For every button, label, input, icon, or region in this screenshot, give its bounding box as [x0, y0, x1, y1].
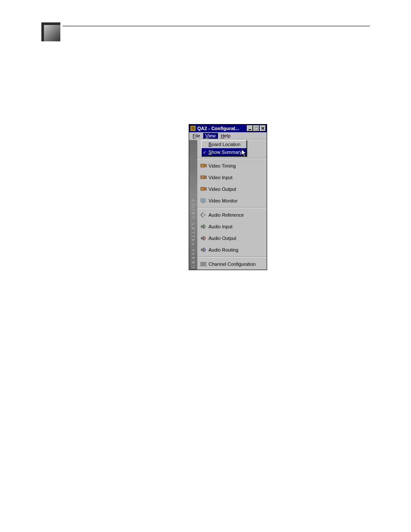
- window-body: GRASS VALLEY GROUP Board Location ✓ Show…: [189, 140, 267, 270]
- svg-rect-14: [202, 202, 204, 203]
- window-title: QA2 - Configurat...: [197, 126, 247, 131]
- header-logo: [41, 22, 60, 41]
- view-dropdown: Board Location ✓ Show Summary: [201, 140, 247, 156]
- separator: [197, 158, 267, 159]
- nav-audio-output[interactable]: Audio Output: [197, 232, 267, 244]
- nav-label: Channel Configuration: [209, 261, 255, 267]
- video-output-icon: [200, 186, 207, 193]
- nav-video-input[interactable]: Video Input: [197, 171, 267, 183]
- nav-label: Video Timing: [209, 163, 236, 168]
- channel-config-icon: [200, 261, 207, 268]
- separator: [197, 207, 267, 208]
- nav-label: Audio Routing: [209, 247, 238, 252]
- close-button[interactable]: [260, 125, 266, 131]
- nav-audio-reference[interactable]: Audio Reference: [197, 209, 267, 221]
- app-window: QA2 - Configurat... File View Help: [189, 124, 267, 270]
- audio-reference-icon: [200, 212, 207, 218]
- nav-channel-configuration[interactable]: Channel Configuration: [197, 258, 267, 270]
- menubar: File View Help: [189, 132, 267, 140]
- page: QA2 - Configurat... File View Help: [0, 0, 411, 532]
- audio-routing-icon: [200, 246, 207, 253]
- menu-view[interactable]: View: [203, 133, 218, 139]
- nav-list: Board Location ✓ Show Summary: [197, 140, 267, 270]
- nav-video-output[interactable]: Video Output: [197, 183, 267, 195]
- svg-marker-11: [205, 187, 206, 190]
- check-icon: ✓: [203, 150, 206, 155]
- svg-rect-10: [201, 187, 205, 190]
- menu-item-board-location[interactable]: Board Location: [202, 140, 246, 148]
- cursor-icon: [241, 149, 248, 158]
- nav-label: Audio Output: [209, 236, 236, 241]
- brand-strip-text: GRASS VALLEY GROUP: [191, 198, 196, 268]
- audio-input-icon: [200, 223, 207, 230]
- svg-marker-7: [205, 164, 206, 167]
- brand-strip: GRASS VALLEY GROUP: [189, 140, 197, 270]
- svg-marker-18: [201, 248, 204, 252]
- maximize-button[interactable]: [253, 125, 259, 131]
- svg-marker-17: [201, 236, 204, 240]
- menu-help[interactable]: Help: [218, 133, 233, 139]
- svg-point-15: [204, 214, 206, 216]
- nav-label: Video Monitor: [209, 198, 238, 203]
- svg-marker-16: [201, 224, 204, 229]
- svg-marker-9: [205, 176, 206, 179]
- titlebar[interactable]: QA2 - Configurat...: [189, 124, 267, 132]
- video-monitor-icon: [200, 197, 207, 204]
- app-icon: [190, 125, 196, 131]
- minimize-button[interactable]: [247, 125, 253, 131]
- svg-rect-13: [201, 199, 205, 202]
- audio-output-icon: [200, 235, 207, 242]
- svg-rect-2: [249, 129, 251, 130]
- nav-video-monitor[interactable]: Video Monitor: [197, 195, 267, 206]
- nav-video-timing[interactable]: Video Timing: [197, 160, 267, 171]
- nav-audio-routing[interactable]: Audio Routing: [197, 244, 267, 255]
- nav-label: Audio Input: [209, 224, 233, 229]
- nav-audio-input[interactable]: Audio Input: [197, 221, 267, 232]
- svg-rect-19: [201, 262, 203, 266]
- titlebar-buttons: [247, 125, 266, 131]
- nav-label: Audio Reference: [209, 212, 244, 218]
- nav-label: Video Output: [209, 187, 236, 192]
- video-input-icon: [200, 174, 207, 181]
- nav-label: Video Input: [209, 175, 232, 180]
- separator: [197, 256, 267, 257]
- header-rule: [63, 26, 370, 26]
- svg-rect-20: [204, 262, 206, 266]
- menu-item-show-summary[interactable]: ✓ Show Summary: [202, 148, 246, 156]
- svg-rect-6: [201, 164, 205, 167]
- svg-rect-1: [191, 127, 195, 130]
- video-timing-icon: [200, 162, 207, 169]
- svg-rect-8: [201, 176, 205, 179]
- menu-file[interactable]: File: [190, 133, 203, 139]
- svg-rect-4: [255, 127, 258, 128]
